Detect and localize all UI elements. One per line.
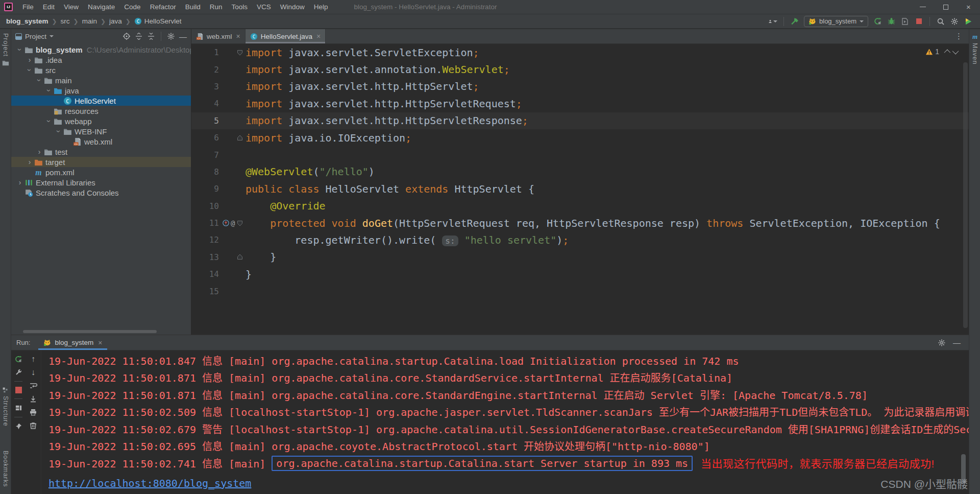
tree-item-resources[interactable]: resources [11, 106, 191, 116]
menu-edit[interactable]: Edit [38, 0, 59, 14]
server-url-link[interactable]: http://localhost:8080/blog_system [48, 477, 251, 489]
settings-button[interactable] [950, 17, 959, 26]
horizontal-scrollbar[interactable] [23, 330, 157, 333]
console-output[interactable]: 19-Jun-2022 11:50:01.847 信息 [main] org.a… [41, 350, 969, 494]
maximize-button[interactable] [934, 0, 957, 14]
minimize-button[interactable] [911, 0, 934, 14]
gear-icon[interactable] [167, 32, 175, 40]
soft-wrap-button[interactable] [29, 382, 37, 390]
tree-item-helloservlet[interactable]: HelloServlet [11, 96, 191, 106]
debug-button[interactable] [887, 17, 896, 26]
folder-icon[interactable] [2, 59, 9, 66]
menu-vcs[interactable]: VCS [252, 0, 276, 14]
breadcrumb-main[interactable]: main [82, 17, 97, 25]
menu-code[interactable]: Code [119, 0, 145, 14]
print-button printer-icon[interactable] [29, 408, 37, 416]
maven-icon[interactable] [971, 33, 978, 40]
tool-stripe-bookmarks[interactable]: Bookmarks [2, 451, 9, 487]
tree-chevron-icon[interactable]: › [15, 178, 24, 186]
coverage-button[interactable] [900, 17, 910, 26]
rerun-server-button[interactable] [14, 355, 22, 363]
tree-chevron-icon[interactable]: › [55, 127, 63, 136]
tool-stripe-maven[interactable]: Maven [971, 43, 978, 65]
search-everywhere-button[interactable] [936, 17, 945, 26]
breadcrumb-class[interactable]: HelloServlet [134, 17, 182, 25]
up-stacktrace-button arrow-up-icon[interactable]: ↑ [31, 355, 35, 363]
fold-up-icon[interactable] [236, 253, 243, 261]
tree-item-web-inf[interactable]: ›WEB-INF [11, 126, 191, 136]
close-icon[interactable]: × [236, 32, 240, 40]
tree-item-scratches-and-consoles[interactable]: Scratches and Consoles [11, 187, 191, 198]
code-editor[interactable]: 1import javax.servlet.ServletException;2… [191, 44, 969, 335]
tree-chevron-icon[interactable]: › [16, 45, 24, 54]
tree-chevron-icon[interactable]: › [25, 56, 34, 64]
tree-item-java[interactable]: ›java [11, 85, 191, 96]
build-button[interactable] [790, 17, 799, 26]
tree-item-pom-xml[interactable]: pom.xml [11, 167, 191, 177]
chevron-down-icon[interactable] [50, 35, 54, 37]
breadcrumb-java[interactable]: java [109, 17, 122, 25]
hide-panel-button[interactable]: — [179, 32, 187, 41]
close-icon[interactable]: × [98, 339, 102, 347]
project-panel-title[interactable]: Project [25, 33, 46, 40]
menu-help[interactable]: Help [309, 0, 333, 14]
menu-build[interactable]: Build [181, 0, 205, 14]
menu-window[interactable]: Window [276, 0, 309, 14]
tree-item-external-libraries[interactable]: ›External Libraries [11, 177, 191, 187]
locate-file-button[interactable] [122, 32, 131, 40]
tree-chevron-icon[interactable]: › [45, 116, 53, 126]
stop-button[interactable] [914, 17, 923, 26]
close-icon[interactable]: × [316, 32, 321, 40]
run-configuration-select[interactable]: blog_system [804, 16, 868, 27]
hide-panel-button[interactable]: — [953, 338, 961, 347]
tree-chevron-icon[interactable]: › [26, 65, 34, 75]
tool-stripe-structure[interactable]: Structure [2, 396, 9, 427]
restore-layout-button[interactable] [15, 404, 22, 412]
fold-down-icon[interactable] [236, 220, 243, 227]
fold-up-icon[interactable] [236, 134, 243, 142]
edit-configuration-button wrench-icon[interactable] [15, 368, 22, 376]
editor-tab-helloservlet-java[interactable]: HelloServlet.java× [246, 29, 326, 43]
tree-item-target[interactable]: ›target [11, 157, 191, 167]
breadcrumb-blog_system[interactable]: blog_system [6, 17, 48, 25]
breadcrumb-src[interactable]: src [61, 17, 70, 25]
stop-server-button[interactable] [15, 387, 22, 393]
tree-chevron-icon[interactable]: › [35, 76, 43, 85]
tree-chevron-icon[interactable]: › [35, 148, 44, 156]
menu-tools[interactable]: Tools [227, 0, 252, 14]
pin-tab-button pin-icon[interactable] [15, 422, 22, 430]
tab-list-button more-icon[interactable]: ⋮ [949, 29, 969, 43]
next-problem-button chevron-down-icon[interactable] [952, 48, 959, 54]
tree-item-web-xml[interactable]: web.xml [11, 136, 191, 147]
menu-refactor[interactable]: Refactor [145, 0, 181, 14]
structure-icon[interactable] [2, 387, 9, 393]
prev-problem-button chevron-up-icon[interactable] [944, 49, 951, 56]
tree-item--idea[interactable]: ›.idea [11, 55, 191, 65]
gear-icon[interactable] [938, 339, 946, 347]
tree-chevron-icon[interactable]: › [45, 86, 53, 95]
tree-item-test[interactable]: ›test [11, 147, 191, 157]
tree-item-main[interactable]: ›main [11, 75, 191, 85]
code-with-me-button[interactable] [768, 17, 777, 26]
tool-stripe-project[interactable]: Project [2, 33, 9, 57]
menu-view[interactable]: View [59, 0, 83, 14]
down-stacktrace-button arrow-down-icon[interactable]: ↓ [31, 368, 35, 377]
ide-features-button[interactable] [964, 17, 973, 26]
menu-file[interactable]: File [18, 0, 38, 14]
tree-chevron-icon[interactable]: › [25, 158, 34, 166]
scroll-to-end-button[interactable] [29, 395, 37, 403]
clear-console-button trash-icon[interactable] [29, 421, 37, 430]
editor-tab-web-xml[interactable]: web.xml× [191, 29, 246, 43]
collapse-all-button[interactable] [147, 32, 155, 40]
menu-run[interactable]: Run [205, 0, 227, 14]
tree-item-src[interactable]: ›src [11, 65, 191, 75]
expand-all-button[interactable] [135, 32, 143, 40]
inspection-widget[interactable]: 1 [925, 48, 959, 56]
tree-item-blog-system[interactable]: ›blog_systemC:\Users\Administrator\Deskt… [11, 44, 191, 55]
run-tab-blog-system[interactable]: blog_system × [38, 335, 107, 350]
fold-down-icon[interactable] [236, 49, 243, 56]
menu-navigate[interactable]: Navigate [83, 0, 119, 14]
close-button[interactable]: × [957, 0, 980, 14]
tree-item-webapp[interactable]: ›webapp [11, 116, 191, 126]
vertical-scrollbar[interactable] [963, 62, 968, 328]
